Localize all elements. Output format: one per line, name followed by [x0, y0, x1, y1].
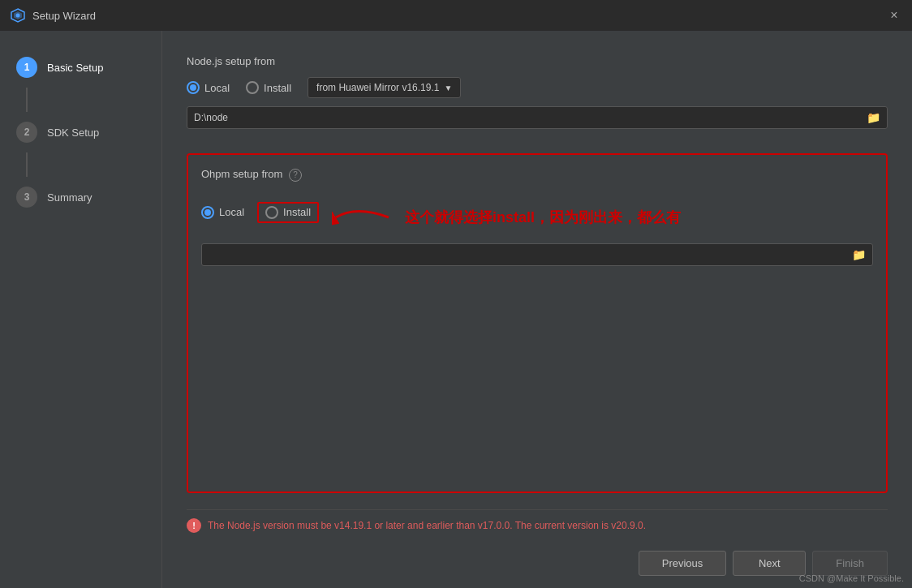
nodejs-path-input[interactable] [194, 112, 867, 123]
app-icon [10, 7, 26, 24]
ohpm-help-icon[interactable]: ? [289, 169, 302, 182]
step-label-1: Basic Setup [47, 62, 103, 74]
annotation-arrow: 这个就得选择install，因为刚出来，都么有 [332, 201, 681, 234]
nodejs-install-option[interactable]: Install [246, 81, 291, 94]
nodejs-folder-icon[interactable]: 📁 [867, 111, 880, 124]
sidebar-item-basic-setup[interactable]: 1 Basic Setup [0, 47, 161, 88]
ohpm-path-row: 📁 [201, 243, 873, 266]
main-content: Node.js setup from Local Install from Hu… [162, 31, 912, 509]
ohpm-install-option[interactable]: Install [265, 206, 311, 219]
ohpm-install-box: Install [257, 202, 319, 223]
nodejs-radio-row: Local Install from Huawei Mirror v16.19.… [187, 77, 888, 98]
ohpm-highlighted-section: Ohpm setup from ? Local Install [187, 153, 888, 493]
nodejs-dropdown-text: from Huawei Mirror v16.19.1 [316, 82, 439, 93]
step-connector-1 [26, 88, 28, 112]
window-title: Setup Wizard [32, 10, 96, 22]
next-button[interactable]: Next [733, 551, 806, 576]
watermark: CSDN @Make It Possible. [799, 573, 904, 583]
nodejs-local-radio[interactable] [187, 81, 200, 94]
step-number-2: 2 [16, 122, 37, 143]
nodejs-install-label: Install [264, 82, 291, 94]
ohpm-local-label: Local [219, 206, 244, 218]
close-button[interactable]: × [886, 7, 902, 24]
step-number-1: 1 [16, 57, 37, 78]
ohpm-local-radio[interactable] [201, 206, 214, 219]
ohpm-path-input[interactable] [209, 249, 852, 260]
step-label-2: SDK Setup [47, 127, 99, 139]
ohpm-install-label: Install [283, 206, 311, 218]
nodejs-install-radio[interactable] [246, 81, 259, 94]
previous-button[interactable]: Previous [639, 551, 727, 576]
ohpm-folder-icon[interactable]: 📁 [852, 248, 866, 261]
step-connector-2 [26, 152, 28, 177]
error-bar: ! The Node.js version must be v14.19.1 o… [187, 509, 888, 541]
nodejs-section-title: Node.js setup from [187, 55, 888, 67]
step-label-3: Summary [47, 191, 92, 204]
ohpm-section-title: Ohpm setup from ? [201, 168, 873, 182]
error-message: The Node.js version must be v14.19.1 or … [208, 520, 646, 531]
dropdown-arrow-icon: ▼ [444, 84, 452, 92]
nodejs-section: Node.js setup from Local Install from Hu… [187, 55, 888, 129]
step-number-3: 3 [16, 187, 37, 208]
sidebar-item-sdk-setup[interactable]: 2 SDK Setup [0, 112, 161, 152]
nodejs-local-label: Local [204, 82, 230, 94]
button-row: Previous Next Finish [187, 551, 888, 576]
titlebar: Setup Wizard × [0, 0, 912, 31]
annotation-text: 这个就得选择install，因为刚出来，都么有 [405, 208, 681, 227]
error-icon: ! [187, 518, 201, 533]
sidebar-item-summary[interactable]: 3 Summary [0, 177, 161, 217]
ohpm-install-radio[interactable] [265, 206, 278, 219]
finish-button[interactable]: Finish [812, 551, 888, 576]
nodejs-local-option[interactable]: Local [187, 81, 230, 94]
nodejs-mirror-dropdown[interactable]: from Huawei Mirror v16.19.1 ▼ [308, 77, 461, 98]
sidebar: 1 Basic Setup 2 SDK Setup 3 Summary [0, 31, 162, 588]
nodejs-path-row: 📁 [187, 106, 888, 129]
red-arrow-icon [332, 201, 397, 234]
ohpm-local-option[interactable]: Local [201, 206, 244, 219]
svg-point-2 [16, 14, 20, 18]
